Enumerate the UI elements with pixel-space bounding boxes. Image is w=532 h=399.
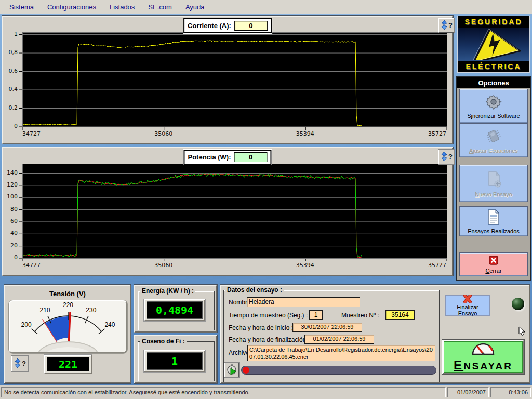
gauge-canvas: 200210220230240 xyxy=(10,301,126,352)
voltage-panel: Tensión (V) 200210220230240 ? 221 xyxy=(4,285,131,383)
app-window: Sistema Configuraciones Listados SE.com … xyxy=(0,0,532,399)
red-x-icon xyxy=(462,295,473,304)
completed-tests-label: Ensayos Realizados xyxy=(468,228,520,234)
logo-top-text: SEGURIDAD xyxy=(458,16,529,28)
energy-label: Energía (KW / h) : xyxy=(140,287,195,295)
status-message: No se detecta comunicación con el estabi… xyxy=(1,387,446,397)
cosine-lcd-frame: 1 xyxy=(144,350,205,372)
y-axis-tick-label: 0,4 xyxy=(1,86,18,92)
x-axis-tick-label: 35394 xyxy=(289,262,321,269)
new-test-button[interactable]: Nuevo Ensayo xyxy=(459,165,528,202)
start-date-field[interactable]: 30/01/2007 22:06:59 xyxy=(292,323,362,332)
close-button[interactable]: Cerrar xyxy=(459,252,528,276)
sync-software-label: Sincronizar Software xyxy=(467,113,520,119)
test-button[interactable]: ENSAYAR xyxy=(442,340,524,374)
x-axis-tick-label: 35060 xyxy=(148,130,179,137)
y-axis-tick-label: 60 xyxy=(1,218,18,224)
sample-number-label: Muestreo Nº : xyxy=(341,312,379,319)
updown-question-icon: ? xyxy=(440,20,453,32)
y-axis-tick-label: 120 xyxy=(1,181,18,188)
completed-tests-button[interactable]: Ensayos Realizados xyxy=(459,206,528,236)
updown-question-icon: ? xyxy=(440,151,453,163)
current-value-display: 0 xyxy=(234,21,268,31)
x-axis-tick-label: 35727 xyxy=(415,130,446,137)
menu-item-listados[interactable]: Listados xyxy=(103,1,141,13)
end-date-label: Fecha y hora de finalización: xyxy=(229,336,308,343)
meter-icon xyxy=(471,342,495,357)
progress-indicator xyxy=(243,367,249,374)
sync-software-button[interactable]: Sincronizar Software xyxy=(459,89,528,123)
svg-text:?: ? xyxy=(22,360,26,367)
file-field[interactable]: C:\Carpeta de Trabajo\En Desarrollo\Regi… xyxy=(247,345,435,361)
power-chart-panel: Potencia (W): 0 ? 1401201008060402003472… xyxy=(2,147,453,276)
close-x-icon xyxy=(489,256,498,266)
menu-item-configuraciones[interactable]: Configuraciones xyxy=(41,1,102,13)
finish-test-label: Finalizar Ensayo xyxy=(449,304,486,316)
energy-lcd-value: 0,4894 xyxy=(147,301,203,319)
svg-text:240: 240 xyxy=(104,321,115,328)
name-field[interactable]: Heladera xyxy=(247,297,360,307)
status-led xyxy=(512,298,524,310)
y-axis-tick-label: 100 xyxy=(1,193,18,200)
energy-panel: Energía (KW / h) : 0,4894 xyxy=(134,285,217,332)
menu-item-ayuda[interactable]: Ayuda xyxy=(179,1,211,13)
y-axis-tick-label: 20 xyxy=(1,242,18,249)
cosine-label: Coseno de Fi : xyxy=(140,338,187,345)
voltage-scale-button[interactable]: ? xyxy=(11,356,28,371)
menu-item-secom[interactable]: SE.com xyxy=(142,1,178,13)
start-date-label: Fecha y hora de inicio : xyxy=(229,324,293,331)
new-document-icon xyxy=(485,170,502,190)
y-axis-tick-label: 140 xyxy=(1,169,18,176)
adjust-equations-label: Ajustar Ecuaciones xyxy=(469,148,518,154)
current-chart-scale-button[interactable]: ? xyxy=(438,18,454,33)
current-chart-plot-area xyxy=(22,32,447,127)
series-potencia-verde xyxy=(23,173,362,257)
series-potencia-roja xyxy=(23,174,362,258)
y-axis-tick-label: 0,2 xyxy=(1,104,18,111)
power-chart-plot-area xyxy=(22,164,447,259)
svg-text:200: 200 xyxy=(21,321,32,328)
updown-question-icon: ? xyxy=(14,358,26,370)
test-data-panel: Datos del ensayo : Nombre : Heladera Tie… xyxy=(220,285,530,383)
adjust-equations-button[interactable]: Ajustar Ecuaciones xyxy=(459,123,528,157)
sample-time-field[interactable]: 1 xyxy=(309,310,323,320)
document-icon xyxy=(486,209,501,227)
sample-number-field[interactable]: 35164 xyxy=(385,310,415,320)
seguridad-electrica-logo: SEGURIDAD ELÉCTRICA xyxy=(457,16,530,73)
current-chart-panel: Corriente (A): 0 ? 10,80,60,40,203472735… xyxy=(2,16,453,144)
test-data-title: Datos del ensayo : xyxy=(225,286,284,294)
new-test-label: Nuevo Ensayo xyxy=(475,191,512,197)
end-date-field[interactable]: 01/02/2007 22:06:59 xyxy=(304,335,374,344)
cosine-lcd-value: 1 xyxy=(147,352,203,370)
x-axis-tick-label: 35394 xyxy=(289,130,321,137)
cosine-panel: Coseno de Fi : 1 xyxy=(134,335,217,383)
sample-time-label: Tiempo de muestreo (Seg.) : xyxy=(229,312,308,319)
power-chart-scale-button[interactable]: ? xyxy=(438,150,454,164)
menu-bar: Sistema Configuraciones Listados SE.com … xyxy=(0,0,532,14)
y-axis-tick-label: 80 xyxy=(1,206,18,212)
x-axis-tick-label: 35727 xyxy=(415,262,446,269)
test-button-label: ENSAYAR xyxy=(454,358,513,373)
timer-button[interactable] xyxy=(224,363,239,377)
voltage-gauge: 200210220230240 xyxy=(9,300,127,353)
menu-item-sistema[interactable]: Sistema xyxy=(3,1,40,13)
x-axis-tick-label: 35060 xyxy=(148,262,179,269)
logo-bottom-text: ELÉCTRICA xyxy=(458,61,529,72)
y-axis-tick-label: 0,8 xyxy=(1,49,18,56)
power-value-display: 0 xyxy=(234,152,268,162)
current-chart-title: Corriente (A): xyxy=(188,22,231,30)
progress-bar xyxy=(241,366,436,375)
power-chart-title: Potencia (W): xyxy=(188,153,231,161)
svg-text:220: 220 xyxy=(63,301,73,309)
voltage-lcd-value: 221 xyxy=(47,357,89,371)
svg-text:230: 230 xyxy=(86,307,96,314)
status-date: 01/02/2007 xyxy=(447,387,489,397)
chart-canvas xyxy=(23,164,447,258)
stopwatch-icon xyxy=(226,364,237,377)
chart-canvas xyxy=(23,33,447,127)
y-axis-tick-label: 0,6 xyxy=(1,68,18,74)
voltage-lcd-frame: 221 xyxy=(44,355,92,374)
finish-test-button[interactable]: Finalizar Ensayo xyxy=(445,295,490,316)
x-axis-tick-label: 34727 xyxy=(22,130,54,137)
svg-text:?: ? xyxy=(448,21,453,29)
